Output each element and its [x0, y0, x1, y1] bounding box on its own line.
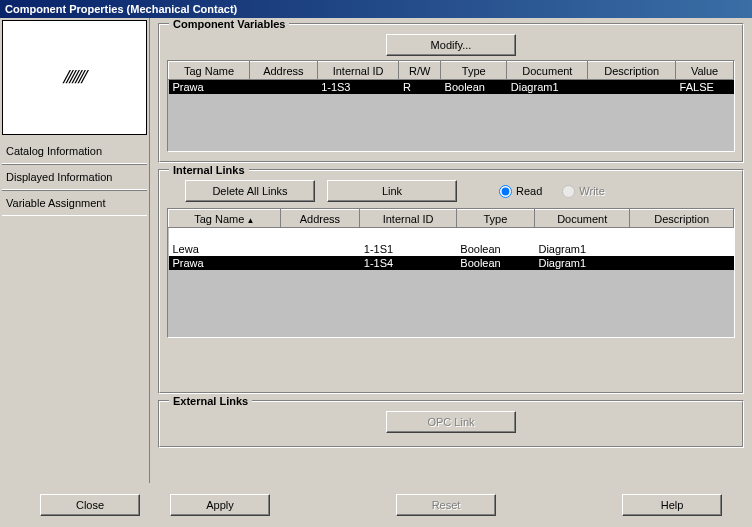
title-bar: Component Properties (Mechanical Contact…	[0, 0, 752, 18]
table-cell	[280, 256, 360, 270]
read-radio[interactable]: Read	[499, 185, 542, 198]
column-header[interactable]: Address	[250, 62, 318, 80]
link-button[interactable]: Link	[327, 180, 457, 202]
table-cell: Diagram1	[534, 242, 630, 256]
nav-variable-assignment[interactable]: Variable Assignment	[2, 190, 147, 216]
table-cell	[456, 228, 534, 242]
table-cell: Boolean	[456, 242, 534, 256]
column-header[interactable]: Value	[676, 62, 734, 80]
nav-list: Catalog Information Displayed Informatio…	[2, 139, 147, 481]
table-cell	[630, 256, 734, 270]
table-cell: FALSE	[676, 80, 734, 95]
component-variables-table[interactable]: Tag NameAddressInternal IDR/WTypeDocumen…	[167, 60, 735, 152]
internal-links-table[interactable]: Tag Name▲AddressInternal IDTypeDocumentD…	[167, 208, 735, 338]
table-cell	[250, 80, 318, 95]
component-variables-legend: Component Variables	[169, 18, 289, 30]
write-radio: Write	[562, 185, 604, 198]
table-row[interactable]	[169, 228, 734, 242]
table-row[interactable]: Prawa1-1S3RBooleanDiagram1FALSE	[169, 80, 734, 95]
column-header[interactable]: Type	[456, 210, 534, 228]
column-header[interactable]: Document	[507, 62, 588, 80]
table-cell: Lewa	[169, 242, 281, 256]
column-header[interactable]: Type	[441, 62, 507, 80]
column-header[interactable]: Description	[630, 210, 734, 228]
table-cell	[588, 80, 676, 95]
sort-asc-icon: ▲	[246, 216, 254, 225]
window-title: Component Properties (Mechanical Contact…	[5, 3, 237, 15]
table-cell	[534, 228, 630, 242]
right-panel: Component Variables Modify... Tag NameAd…	[150, 18, 752, 483]
component-variables-group: Component Variables Modify... Tag NameAd…	[158, 23, 744, 163]
modify-button[interactable]: Modify...	[386, 34, 516, 56]
table-row[interactable]: Lewa1-1S1BooleanDiagram1	[169, 242, 734, 256]
external-links-legend: External Links	[169, 395, 252, 407]
column-header[interactable]: Internal ID	[317, 62, 399, 80]
nav-displayed-information[interactable]: Displayed Information	[2, 164, 147, 190]
table-cell: R	[399, 80, 441, 95]
table-cell: Prawa	[169, 80, 250, 95]
table-row[interactable]: Prawa1-1S4BooleanDiagram1	[169, 256, 734, 270]
table-cell: Diagram1	[507, 80, 588, 95]
column-header[interactable]: Description	[588, 62, 676, 80]
delete-all-links-button[interactable]: Delete All Links	[185, 180, 315, 202]
read-label: Read	[516, 185, 542, 197]
table-cell	[280, 228, 360, 242]
help-button[interactable]: Help	[622, 494, 722, 516]
table-cell	[169, 228, 281, 242]
write-label: Write	[579, 185, 604, 197]
external-links-group: External Links OPC Link	[158, 400, 744, 448]
internal-links-legend: Internal Links	[169, 164, 249, 176]
column-header[interactable]: Document	[534, 210, 630, 228]
apply-button[interactable]: Apply	[170, 494, 270, 516]
read-radio-input[interactable]	[499, 185, 512, 198]
component-preview: ///////	[2, 20, 147, 135]
write-radio-input	[562, 185, 575, 198]
table-cell: 1-1S3	[317, 80, 399, 95]
nav-catalog-information[interactable]: Catalog Information	[2, 139, 147, 164]
column-header[interactable]: Address	[280, 210, 360, 228]
table-cell: Diagram1	[534, 256, 630, 270]
table-cell	[630, 228, 734, 242]
column-header[interactable]: Tag Name▲	[169, 210, 281, 228]
table-cell	[630, 242, 734, 256]
internal-links-group: Internal Links Delete All Links Link Rea…	[158, 169, 744, 394]
contact-symbol-icon: ///////	[61, 67, 88, 88]
left-panel: /////// Catalog Information Displayed In…	[0, 18, 150, 483]
table-cell: Prawa	[169, 256, 281, 270]
close-button[interactable]: Close	[40, 494, 140, 516]
table-cell: 1-1S1	[360, 242, 457, 256]
table-cell: Boolean	[441, 80, 507, 95]
opc-link-button: OPC Link	[386, 411, 516, 433]
bottom-bar: Close Apply Reset Help	[0, 483, 752, 527]
table-cell	[360, 228, 457, 242]
table-cell	[280, 242, 360, 256]
column-header[interactable]: Tag Name	[169, 62, 250, 80]
column-header[interactable]: R/W	[399, 62, 441, 80]
column-header[interactable]: Internal ID	[360, 210, 457, 228]
table-cell: 1-1S4	[360, 256, 457, 270]
table-cell: Boolean	[456, 256, 534, 270]
reset-button: Reset	[396, 494, 496, 516]
